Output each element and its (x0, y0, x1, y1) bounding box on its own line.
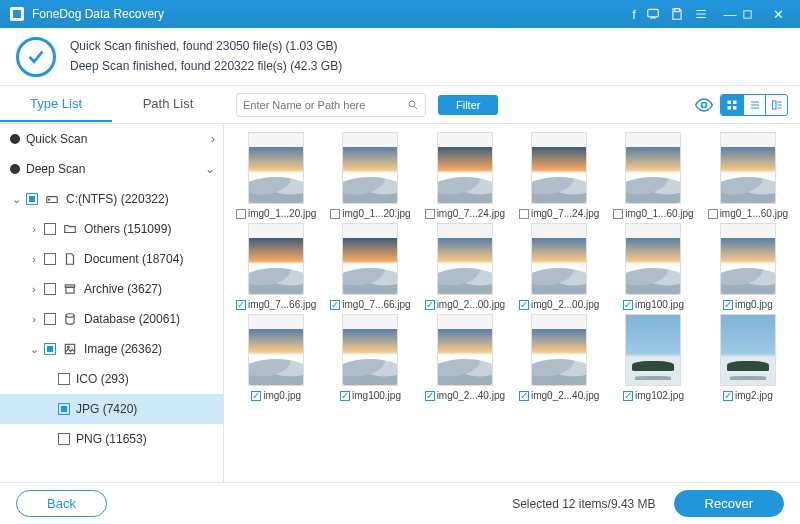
search-box[interactable] (236, 93, 426, 117)
close-icon[interactable]: ✕ (766, 7, 790, 22)
thumbnail-item[interactable]: img0_1...20.jpg (324, 132, 416, 219)
thumbnail-item[interactable]: img0_7...24.jpg (419, 132, 511, 219)
thumbnail-checkbox[interactable] (723, 391, 733, 401)
chevron-down-icon: ⌄ (26, 343, 42, 356)
sidebar-drive[interactable]: ⌄ C:(NTFS) (220322) (0, 184, 223, 214)
sidebar-label: Deep Scan (26, 162, 85, 176)
checkbox[interactable] (58, 403, 70, 415)
thumbnail-item[interactable]: img0_7...24.jpg (513, 132, 605, 219)
thumbnail-image[interactable] (437, 223, 493, 295)
thumbnail-checkbox[interactable] (425, 209, 435, 219)
thumbnail-checkbox[interactable] (251, 391, 261, 401)
thumbnail-image[interactable] (531, 223, 587, 295)
checkbox[interactable] (58, 433, 70, 445)
preview-icon[interactable] (692, 95, 716, 115)
thumbnail-image[interactable] (437, 132, 493, 204)
sidebar-label: Database (20061) (84, 312, 180, 326)
thumbnail-item[interactable]: img0.jpg (230, 314, 322, 401)
thumbnail-image[interactable] (720, 223, 776, 295)
thumbnail-image[interactable] (531, 314, 587, 386)
thumbnail-image[interactable] (248, 223, 304, 295)
view-grid-button[interactable] (721, 95, 743, 115)
toolbar: Type List Path List Filter (0, 86, 800, 124)
thumbnail-item[interactable]: img0.jpg (702, 223, 794, 310)
save-icon[interactable] (670, 7, 694, 21)
thumbnail-item[interactable]: img0_2...40.jpg (419, 314, 511, 401)
checkbox[interactable] (44, 223, 56, 235)
thumbnail-image[interactable] (625, 132, 681, 204)
thumbnail-image[interactable] (342, 223, 398, 295)
checkbox[interactable] (44, 343, 56, 355)
sidebar-label: PNG (11653) (76, 432, 147, 446)
checkbox[interactable] (44, 283, 56, 295)
status-panel: Quick Scan finished, found 23050 file(s)… (0, 28, 800, 86)
back-button[interactable]: Back (16, 490, 107, 517)
thumbnail-checkbox[interactable] (330, 209, 340, 219)
sidebar-archive[interactable]: › Archive (3627) (0, 274, 223, 304)
thumbnail-image[interactable] (248, 314, 304, 386)
view-list-button[interactable] (743, 95, 765, 115)
thumbnail-checkbox[interactable] (723, 300, 733, 310)
thumbnail-checkbox[interactable] (708, 209, 718, 219)
thumbnail-checkbox[interactable] (623, 391, 633, 401)
search-input[interactable] (243, 99, 407, 111)
sidebar-quick-scan[interactable]: Quick Scan › (0, 124, 223, 154)
thumbnail-image[interactable] (342, 132, 398, 204)
thumbnail-checkbox[interactable] (425, 300, 435, 310)
thumbnail-checkbox[interactable] (330, 300, 340, 310)
thumbnail-checkbox[interactable] (340, 391, 350, 401)
thumbnail-item[interactable]: img0_1...60.jpg (702, 132, 794, 219)
menu-icon[interactable] (694, 7, 718, 21)
sidebar-deep-scan[interactable]: Deep Scan ⌄ (0, 154, 223, 184)
thumbnail-item[interactable]: img0_2...00.jpg (513, 223, 605, 310)
thumbnail-image[interactable] (720, 132, 776, 204)
tab-path-list[interactable]: Path List (112, 87, 224, 122)
thumbnail-image[interactable] (248, 132, 304, 204)
sidebar-database[interactable]: › Database (20061) (0, 304, 223, 334)
thumbnail-checkbox[interactable] (519, 300, 529, 310)
dot-icon (10, 164, 20, 174)
thumbnail-image[interactable] (342, 314, 398, 386)
thumbnail-item[interactable]: img102.jpg (607, 314, 699, 401)
checkbox[interactable] (26, 193, 38, 205)
sidebar-ico[interactable]: ICO (293) (0, 364, 223, 394)
checkbox[interactable] (44, 253, 56, 265)
thumbnail-item[interactable]: img2.jpg (702, 314, 794, 401)
thumbnail-item[interactable]: img0_7...66.jpg (324, 223, 416, 310)
thumbnail-item[interactable]: img0_1...20.jpg (230, 132, 322, 219)
sidebar-jpg[interactable]: JPG (7420) (0, 394, 223, 424)
filter-button[interactable]: Filter (438, 95, 498, 115)
sidebar-png[interactable]: PNG (11653) (0, 424, 223, 454)
thumbnail-image[interactable] (720, 314, 776, 386)
thumbnail-name: img0_2...40.jpg (437, 390, 505, 401)
facebook-icon[interactable]: f (622, 7, 646, 22)
thumbnail-checkbox[interactable] (613, 209, 623, 219)
minimize-icon[interactable]: — (718, 7, 742, 22)
checkbox[interactable] (44, 313, 56, 325)
thumbnail-checkbox[interactable] (425, 391, 435, 401)
thumbnail-item[interactable]: img100.jpg (324, 314, 416, 401)
thumbnail-item[interactable]: img100.jpg (607, 223, 699, 310)
tab-type-list[interactable]: Type List (0, 87, 112, 122)
thumbnail-checkbox[interactable] (623, 300, 633, 310)
thumbnail-checkbox[interactable] (519, 209, 529, 219)
thumbnail-item[interactable]: img0_1...60.jpg (607, 132, 699, 219)
thumbnail-item[interactable]: img0_7...66.jpg (230, 223, 322, 310)
feedback-icon[interactable] (646, 7, 670, 21)
thumbnail-image[interactable] (625, 223, 681, 295)
thumbnail-checkbox[interactable] (236, 300, 246, 310)
thumbnail-checkbox[interactable] (236, 209, 246, 219)
thumbnail-image[interactable] (531, 132, 587, 204)
thumbnail-item[interactable]: img0_2...40.jpg (513, 314, 605, 401)
thumbnail-image[interactable] (625, 314, 681, 386)
thumbnail-checkbox[interactable] (519, 391, 529, 401)
thumbnail-item[interactable]: img0_2...00.jpg (419, 223, 511, 310)
sidebar-others[interactable]: › Others (151099) (0, 214, 223, 244)
checkbox[interactable] (58, 373, 70, 385)
view-detail-button[interactable] (765, 95, 787, 115)
sidebar-document[interactable]: › Document (18704) (0, 244, 223, 274)
maximize-icon[interactable] (742, 9, 766, 20)
sidebar-image[interactable]: ⌄ Image (26362) (0, 334, 223, 364)
recover-button[interactable]: Recover (674, 490, 784, 517)
thumbnail-image[interactable] (437, 314, 493, 386)
